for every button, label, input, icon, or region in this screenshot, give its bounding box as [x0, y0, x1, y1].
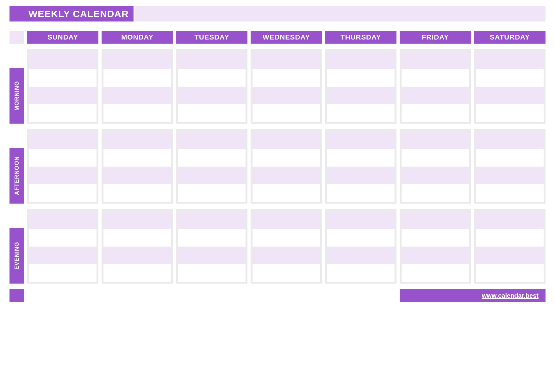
morning-label-wrap: MORNING	[9, 49, 24, 124]
cell-afternoon-monday	[102, 129, 173, 204]
title-spacer	[134, 6, 546, 21]
morning-section: MORNING	[9, 49, 546, 124]
afternoon-label-wrap: AFTERNOON	[9, 129, 24, 204]
cell-afternoon-thursday	[325, 129, 396, 204]
cell-morning-saturday	[474, 49, 546, 124]
cell-morning-wednesday	[251, 49, 322, 124]
cell-afternoon-sunday	[27, 129, 98, 204]
footer-gap	[251, 289, 322, 302]
cell-morning-tuesday	[176, 49, 247, 124]
day-header-tuesday: TUESDAY	[176, 31, 247, 44]
footer-gap	[325, 289, 396, 302]
period-label-evening: EVENING	[9, 228, 24, 284]
day-header-sunday: SUNDAY	[27, 31, 98, 44]
cell-morning-thursday	[325, 49, 396, 124]
cell-evening-sunday	[27, 209, 98, 284]
footer-gap	[27, 289, 98, 302]
cell-afternoon-wednesday	[251, 129, 322, 204]
cell-afternoon-friday	[400, 129, 471, 204]
evening-label-wrap: EVENING	[9, 209, 24, 284]
evening-section: EVENING	[9, 209, 546, 284]
period-spacer	[9, 129, 24, 147]
day-header-saturday: SATURDAY	[474, 31, 546, 44]
cell-morning-sunday	[27, 49, 98, 124]
cell-morning-friday	[400, 49, 471, 124]
period-spacer	[9, 49, 24, 67]
footer-link[interactable]: www.calendar.best	[482, 292, 539, 299]
period-spacer	[9, 209, 24, 227]
day-header-friday: FRIDAY	[400, 31, 471, 44]
day-header-monday: MONDAY	[102, 31, 173, 44]
cell-evening-saturday	[474, 209, 546, 284]
header-corner	[9, 31, 24, 44]
footer-gap	[102, 289, 173, 302]
cell-afternoon-saturday	[474, 129, 546, 204]
footer-square	[9, 289, 24, 302]
footer-gap	[176, 289, 247, 302]
day-header-thursday: THURSDAY	[325, 31, 396, 44]
period-label-afternoon: AFTERNOON	[9, 148, 24, 204]
cell-evening-monday	[102, 209, 173, 284]
footer-link-box: www.calendar.best	[400, 289, 546, 302]
cell-morning-monday	[102, 49, 173, 124]
footer-row: www.calendar.best	[9, 289, 546, 302]
cell-evening-thursday	[325, 209, 396, 284]
cell-evening-wednesday	[251, 209, 322, 284]
cell-evening-tuesday	[176, 209, 247, 284]
period-label-morning: MORNING	[9, 68, 24, 124]
cell-evening-friday	[400, 209, 471, 284]
afternoon-section: AFTERNOON	[9, 129, 546, 204]
day-header-wednesday: WEDNESDAY	[251, 31, 322, 44]
header-row: WEEKLY CALENDAR	[9, 6, 546, 21]
day-header-row: SUNDAY MONDAY TUESDAY WEDNESDAY THURSDAY…	[9, 31, 546, 44]
cell-afternoon-tuesday	[176, 129, 247, 204]
page-title: WEEKLY CALENDAR	[9, 6, 134, 21]
